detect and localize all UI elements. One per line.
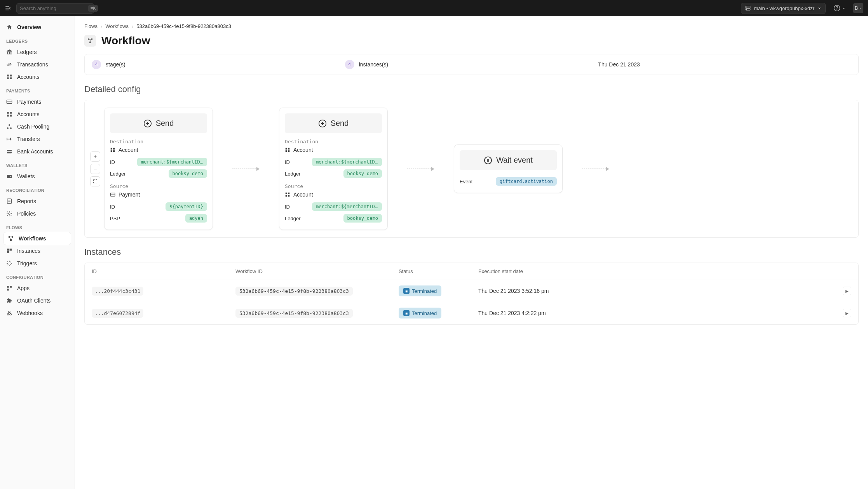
svg-rect-48 bbox=[89, 42, 91, 43]
sidebar-item-policies[interactable]: Policies bbox=[0, 207, 75, 220]
table-row[interactable]: ...d47e6072894f 532a6b69-459c-4e15-9f8b-… bbox=[85, 302, 858, 324]
svg-rect-69 bbox=[286, 195, 287, 197]
stat-stages: 4 stage(s) bbox=[92, 60, 345, 69]
sidebar-item-reports[interactable]: Reports bbox=[0, 195, 75, 207]
breadcrumb: Flows › Workflows › 532a6b69-459c-4e15-9… bbox=[84, 23, 859, 29]
breadcrumb-separator: › bbox=[101, 23, 102, 29]
chevron-down-icon bbox=[859, 7, 862, 10]
sidebar-item-label: Accounts bbox=[17, 111, 40, 117]
svg-point-6 bbox=[746, 9, 747, 9]
breadcrumb-workflows[interactable]: Workflows bbox=[105, 23, 129, 29]
svg-rect-56 bbox=[111, 150, 112, 152]
dest-account-row: Account bbox=[285, 147, 382, 153]
menu-icon bbox=[5, 5, 12, 12]
stop-icon: ■ bbox=[403, 288, 410, 294]
arrow-right-icon bbox=[6, 136, 12, 142]
stop-icon: ■ bbox=[403, 310, 410, 316]
sidebar-item-payments[interactable]: Payments bbox=[0, 96, 75, 108]
sidebar-item-ledgers[interactable]: Ledgers bbox=[0, 46, 75, 58]
wallet-icon bbox=[6, 148, 12, 155]
svg-rect-66 bbox=[288, 150, 289, 152]
sidebar-item-transfers[interactable]: Transfers bbox=[0, 133, 75, 145]
psp-label: PSP bbox=[110, 216, 120, 221]
row-expand-button[interactable]: ▶ bbox=[843, 309, 851, 317]
sidebar-item-oauth-clients[interactable]: OAuth Clients bbox=[0, 294, 75, 307]
environment-selector[interactable]: main • wkwqordpuhpx-xdzr bbox=[741, 3, 826, 14]
svg-point-27 bbox=[10, 176, 11, 177]
grid-icon bbox=[285, 147, 290, 153]
sidebar-item-label: Wallets bbox=[17, 173, 35, 179]
stage-card-wait-event[interactable]: Wait event Eventgiftcard.activation bbox=[454, 144, 563, 193]
sidebar-item-triggers[interactable]: Triggers bbox=[0, 257, 75, 270]
main-content: Flows › Workflows › 532a6b69-459c-4e15-9… bbox=[75, 16, 868, 489]
zoom-out-button[interactable]: − bbox=[90, 164, 100, 174]
zoom-in-button[interactable]: + bbox=[90, 151, 100, 162]
sidebar-item-wallets[interactable]: Wallets bbox=[0, 170, 75, 183]
src-id-value: ${paymentID} bbox=[166, 202, 207, 211]
sidebar-item-accounts-payment[interactable]: Accounts bbox=[0, 108, 75, 120]
transfer-icon bbox=[6, 61, 12, 68]
workflow-id: 532a6b69-459c-4e15-9f8b-922380a803c3 bbox=[235, 287, 353, 296]
id-label: ID bbox=[285, 159, 290, 165]
sidebar-item-workflows[interactable]: Workflows bbox=[4, 232, 71, 245]
src-ledger-value: booksy_demo bbox=[343, 214, 382, 223]
stage-header: Send bbox=[285, 113, 382, 133]
svg-rect-67 bbox=[286, 193, 287, 194]
sidebar-item-label: Reports bbox=[17, 198, 36, 204]
stat-instances: 4 instances(s) bbox=[345, 60, 598, 69]
sidebar-item-instances[interactable]: Instances bbox=[0, 245, 75, 257]
stage-header: Send bbox=[110, 113, 207, 133]
sidebar-item-label: Cash Pooling bbox=[17, 124, 49, 130]
svg-point-19 bbox=[9, 124, 10, 126]
status-text: Terminated bbox=[412, 288, 437, 294]
canvas-inner: Send Destination Account IDmerchant:${me… bbox=[85, 100, 858, 237]
wallet-icon bbox=[6, 173, 12, 179]
sidebar-item-label: Instances bbox=[17, 248, 40, 254]
sidebar-item-label: OAuth Clients bbox=[17, 298, 51, 304]
svg-point-5 bbox=[746, 7, 747, 7]
breadcrumb-flows[interactable]: Flows bbox=[84, 23, 98, 29]
sidebar-item-apps[interactable]: Apps bbox=[0, 282, 75, 294]
stage-card-send-1[interactable]: Send Destination Account IDmerchant:${me… bbox=[104, 108, 213, 230]
workflow-icon bbox=[8, 235, 14, 242]
search-box[interactable]: ⌘K bbox=[16, 3, 94, 14]
sidebar-item-webhooks[interactable]: Webhooks bbox=[0, 307, 75, 319]
sidebar-item-transactions[interactable]: Transactions bbox=[0, 58, 75, 71]
row-expand-button[interactable]: ▶ bbox=[843, 287, 851, 295]
account-label: Account bbox=[119, 147, 138, 153]
svg-rect-41 bbox=[10, 286, 12, 288]
status-badge: ■Terminated bbox=[399, 308, 441, 318]
sidebar-item-bank-accounts[interactable]: Bank Accounts bbox=[0, 145, 75, 158]
sidebar-item-label: Transfers bbox=[17, 136, 40, 142]
sidebar-item-label: Webhooks bbox=[17, 310, 43, 316]
sidebar-item-label: Ledgers bbox=[17, 49, 37, 55]
sidebar-item-accounts-ledger[interactable]: Accounts bbox=[0, 71, 75, 83]
search-input[interactable] bbox=[20, 5, 85, 11]
user-avatar[interactable]: B bbox=[853, 3, 863, 13]
nav-section-payments: PAYMENTS bbox=[0, 83, 75, 96]
table-row[interactable]: ...20f444c3c431 532a6b69-459c-4e15-9f8b-… bbox=[85, 280, 858, 302]
config-canvas[interactable]: Send Destination Account IDmerchant:${me… bbox=[84, 100, 859, 238]
home-icon bbox=[6, 24, 12, 30]
svg-rect-34 bbox=[10, 239, 12, 241]
fullscreen-button[interactable] bbox=[90, 176, 100, 186]
sidebar-toggle[interactable] bbox=[5, 5, 12, 12]
svg-rect-38 bbox=[10, 249, 12, 251]
nodes-icon bbox=[6, 124, 12, 130]
stage-arrow bbox=[407, 169, 434, 169]
stage-card-send-2[interactable]: Send Destination Account IDmerchant:${me… bbox=[279, 108, 388, 230]
sidebar-item-overview[interactable]: Overview bbox=[0, 21, 75, 33]
sidebar-item-cash-pooling[interactable]: Cash Pooling bbox=[0, 120, 75, 133]
svg-rect-42 bbox=[7, 289, 9, 291]
execution-date: Thu Dec 21 2023 3:52:16 pm bbox=[478, 288, 840, 294]
puzzle-icon bbox=[6, 298, 12, 304]
help-button[interactable] bbox=[833, 5, 845, 12]
svg-rect-33 bbox=[12, 236, 13, 238]
plus-circle-icon bbox=[318, 119, 327, 128]
help-icon bbox=[833, 5, 840, 12]
svg-rect-17 bbox=[7, 115, 9, 117]
instances-table: ID Workflow ID Status Execution start da… bbox=[84, 263, 859, 325]
svg-rect-68 bbox=[288, 193, 289, 194]
svg-rect-40 bbox=[7, 286, 9, 288]
svg-rect-54 bbox=[111, 148, 112, 150]
